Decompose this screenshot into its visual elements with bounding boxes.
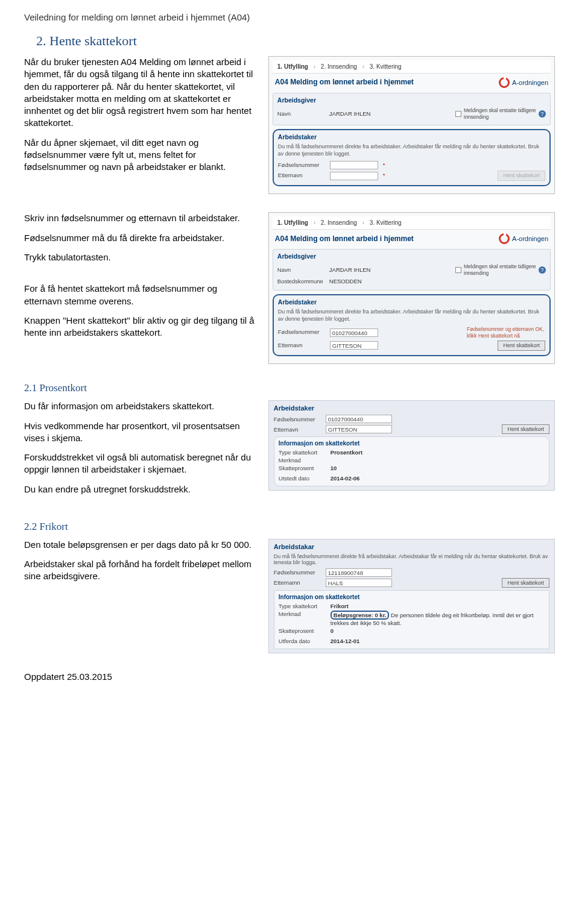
step-2: 2. Innsending xyxy=(321,63,357,70)
group-title-arbeidstaker: Arbeidstaker xyxy=(278,298,545,307)
label-merknad: Merknad xyxy=(279,611,327,617)
input-etternavn[interactable] xyxy=(330,172,378,180)
value-skatteprosent: 0 xyxy=(331,627,334,634)
label-etternavn: Etternavn xyxy=(278,342,326,349)
input-fnr[interactable] xyxy=(330,161,378,169)
input-etternavn[interactable]: GITTESON xyxy=(326,425,392,433)
paragraph-21-1: Du får informasjon om arbeidstakers skat… xyxy=(24,400,256,412)
value-type: Frikort xyxy=(331,603,349,609)
form-title: A04 Melding om lønnet arbeid i hjemmet xyxy=(275,234,414,244)
hent-skattekort-button-disabled: Hent skattekort xyxy=(498,171,545,181)
input-fnr[interactable]: 01027000440 xyxy=(330,328,378,337)
chevron-right-icon: › xyxy=(314,219,315,226)
info-title: Informasjon om skattekortet xyxy=(279,440,545,447)
label-etternavn: Etternavn xyxy=(274,426,322,433)
paragraph-21-3: Forskuddstrekket vil også bli automatisk… xyxy=(24,451,256,476)
checkbox-replace[interactable] xyxy=(455,267,461,273)
wizard-steps: 1. Utfylling › 2. Innsending › 3. Kvitte… xyxy=(273,216,551,230)
brand-name: A-ordningen xyxy=(512,78,548,87)
screenshot-blank-form: 1. Utfylling › 2. Innsending › 3. Kvitte… xyxy=(268,56,555,194)
label-merknad: Merknad xyxy=(279,457,327,464)
panel-title-arbeidstaker: Arbeidstaker xyxy=(274,404,549,412)
group-title-arbeidsgiver: Arbeidsgiver xyxy=(277,253,546,261)
label-navn: Navn xyxy=(277,266,326,274)
checkbox-label: Meldingen skal erstatte tidligere innsen… xyxy=(464,107,536,121)
panel-title-arbeidstakar: Arbeidstakar xyxy=(274,543,549,550)
hent-skattekort-button[interactable]: Hent skattekort xyxy=(502,424,549,434)
heading-2-1: 2.1 Prosentkort xyxy=(24,382,555,394)
label-utferda: Utferda dato xyxy=(279,638,327,644)
validation-ok-note: Fødselsnummer og etternavn OK, klikk Hen… xyxy=(467,326,545,339)
document-title: Veiledning for melding om lønnet arbeid … xyxy=(24,12,555,22)
heading-2-2: 2.2 Frikort xyxy=(24,521,555,533)
value-type: Prosentkort xyxy=(331,449,362,456)
footer-updated: Oppdatert 25.03.2015 xyxy=(24,671,555,682)
label-fnr: Fødselsnummer xyxy=(278,328,326,336)
value-bosted: NESODDEN xyxy=(329,278,362,285)
brand-logo: A-ordningen xyxy=(499,233,548,244)
paragraph-21-4: Du kan endre på utregnet forskuddstrekk. xyxy=(24,483,256,495)
wizard-steps: 1. Utfylling › 2. Innsending › 3. Kvitte… xyxy=(273,60,551,74)
label-bosted: Bostedskommune xyxy=(277,278,326,285)
value-navn: JARDAR IHLEN xyxy=(329,110,371,118)
paragraph-2-4b: Knappen "Hent skattekort" blir aktiv og … xyxy=(24,315,256,339)
brand-logo: A-ordningen xyxy=(499,77,548,88)
hent-skattekort-button[interactable]: Hent skattekort xyxy=(502,578,549,588)
chevron-right-icon: › xyxy=(362,63,364,70)
chevron-right-icon: › xyxy=(362,219,364,226)
required-star-icon: * xyxy=(383,162,385,169)
logo-icon xyxy=(499,77,510,88)
note-text-nn: Du må få fødselsnummeret direkte frå arb… xyxy=(274,553,549,565)
value-navn: JARDAR IHLEN xyxy=(329,266,371,274)
help-icon[interactable]: ? xyxy=(539,110,546,118)
chevron-right-icon: › xyxy=(314,63,315,70)
logo-icon xyxy=(499,233,510,244)
paragraph-2-1: Når du bruker tjenesten A04 Melding om l… xyxy=(24,56,256,130)
input-etternavn[interactable]: GITTESON xyxy=(330,341,378,350)
label-type: Type skattekort xyxy=(279,449,327,456)
paragraph-2-3b: Fødselsnummer må du få direkte fra arbei… xyxy=(24,232,256,244)
value-utstedt: 2014-02-06 xyxy=(331,475,360,482)
group-arbeidstaker-highlighted: Arbeidstaker Du må få fødselsnummeret di… xyxy=(273,129,551,187)
screenshot-frikort: Arbeidstakar Du må få fødselsnummeret di… xyxy=(268,539,555,653)
label-etternamn: Etternamn xyxy=(274,579,322,586)
paragraph-21-2: Hvis vedkommende har prosentkort, vil pr… xyxy=(24,420,256,445)
label-utstedt: Utstedt dato xyxy=(279,475,327,482)
group-title-arbeidstaker: Arbeidstaker xyxy=(278,133,545,142)
label-skatteprosent: Skatteprosent xyxy=(279,627,327,634)
info-title: Informasjon om skattekortet xyxy=(279,594,545,600)
input-fnr[interactable]: 01027000440 xyxy=(326,415,392,423)
input-etternamn[interactable]: HALS xyxy=(326,579,392,587)
value-skatteprosent: 10 xyxy=(331,465,337,471)
step-1: 1. Utfylling xyxy=(277,63,308,70)
label-fnr: Fødselsnummer xyxy=(274,569,322,576)
hent-skattekort-button[interactable]: Hent skattekort xyxy=(498,341,545,351)
value-merknad-highlight: Beløpsgrense: 0 kr. xyxy=(331,611,390,620)
form-title: A04 Melding om lønnet arbeid i hjemmet xyxy=(275,78,414,87)
paragraph-22-1: Den totale beløpsgrensen er per dags dat… xyxy=(24,539,256,551)
input-fnr[interactable]: 12118900748 xyxy=(326,568,392,577)
checkbox-replace[interactable] xyxy=(455,111,461,117)
group-title-arbeidsgiver: Arbeidsgiver xyxy=(277,96,546,105)
info-skattekort: Informasjon om skattekortet Type skattek… xyxy=(274,590,549,649)
paragraph-2-4a: For å få hentet skattekort må fødselsnum… xyxy=(24,283,256,307)
group-arbeidsgiver: Arbeidsgiver Navn JARDAR IHLEN Meldingen… xyxy=(273,93,551,125)
label-type: Type skattekort xyxy=(279,603,327,609)
checkbox-label: Meldingen skal erstatte tidligere innsen… xyxy=(464,263,536,277)
group-arbeidsgiver: Arbeidsgiver Navn JARDAR IHLEN Meldingen… xyxy=(273,249,551,290)
help-icon[interactable]: ? xyxy=(539,266,546,274)
step-1: 1. Utfylling xyxy=(277,219,308,226)
label-fnr: Fødselsnummer xyxy=(274,416,322,423)
screenshot-prosentkort: Arbeidstaker Fødselsnummer 01027000440 E… xyxy=(268,400,555,491)
note-text: Du må få fødselsnummeret direkte fra arb… xyxy=(278,309,545,322)
label-etternavn: Etternavn xyxy=(278,172,326,179)
paragraph-22-2: Arbeidstaker skal på forhånd ha fordelt … xyxy=(24,558,256,583)
info-skattekort-highlighted: Informasjon om skattekortet Type skattek… xyxy=(274,436,549,486)
step-3: 3. Kvittering xyxy=(370,63,402,70)
label-navn: Navn xyxy=(277,110,326,118)
required-star-icon: * xyxy=(383,172,385,179)
paragraph-2-2: Når du åpner skjemaet, vil ditt eget nav… xyxy=(24,137,256,174)
paragraph-2-3c: Trykk tabulatortasten. xyxy=(24,251,256,263)
brand-name: A-ordningen xyxy=(512,234,548,243)
step-2: 2. Innsending xyxy=(321,219,357,226)
